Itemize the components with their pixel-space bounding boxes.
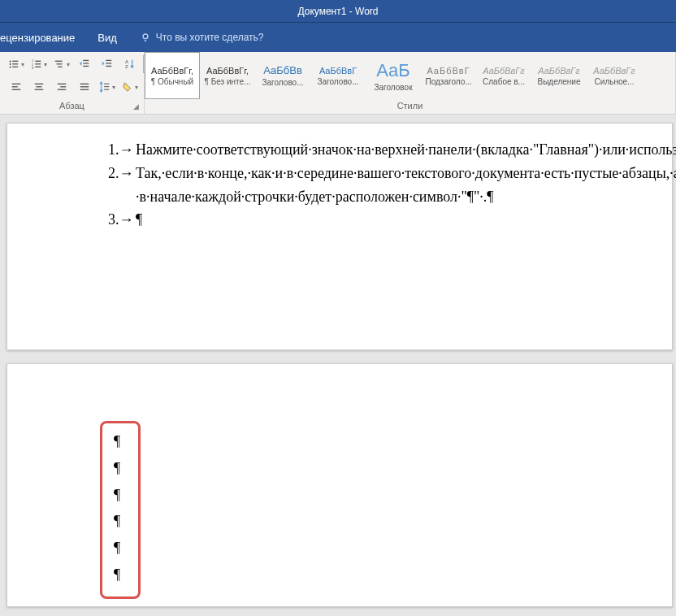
- page-1[interactable]: 1.→Нажмите·соответствующий·значок·на·вер…: [6, 123, 673, 350]
- style-item[interactable]: АаБбВвГгСлабое в...: [476, 52, 531, 99]
- svg-rect-36: [104, 84, 109, 85]
- highlight-box: ¶¶¶¶¶¶: [100, 421, 141, 599]
- paragraph-mark: ¶: [114, 510, 133, 533]
- svg-rect-8: [35, 61, 41, 62]
- svg-rect-28: [37, 86, 42, 87]
- shading-button[interactable]: [120, 78, 140, 96]
- list-item[interactable]: 1.→Нажмите·соответствующий·значок·на·вер…: [108, 138, 639, 162]
- list-item[interactable]: 2.→Так,·если·в·конце,·как·и·в·середине·в…: [108, 162, 639, 209]
- svg-rect-13: [55, 61, 63, 62]
- style-preview: АаБбВвГ: [427, 66, 470, 76]
- svg-rect-37: [104, 86, 109, 87]
- svg-rect-30: [58, 84, 67, 85]
- svg-rect-4: [12, 63, 18, 64]
- sort-button[interactable]: AZ: [120, 55, 140, 73]
- lightbulb-icon: [140, 32, 151, 43]
- svg-rect-15: [58, 67, 62, 67]
- style-preview: АаБбВвГг: [538, 66, 579, 76]
- svg-rect-2: [12, 61, 18, 62]
- list-number: 1.→: [108, 138, 136, 162]
- styles-gallery[interactable]: АаБбВвГг,¶ ОбычныйАаБбВвГг,¶ Без инте...…: [145, 52, 642, 99]
- style-preview: АаБбВвГг: [593, 66, 635, 76]
- svg-rect-6: [12, 67, 18, 67]
- tab-review[interactable]: ецензирование: [0, 32, 75, 44]
- svg-rect-33: [80, 84, 89, 85]
- style-preview: АаБбВвГг,: [151, 66, 193, 76]
- justify-button[interactable]: [75, 78, 94, 96]
- svg-rect-32: [58, 89, 67, 90]
- align-right-button[interactable]: [52, 78, 72, 96]
- style-name: Сильное...: [589, 77, 639, 86]
- styles-group-label: Стили: [145, 99, 675, 114]
- svg-rect-10: [35, 63, 41, 64]
- group-paragraph: 123 AZ ¶ Абзац ◢: [0, 52, 145, 114]
- list-item[interactable]: 3.→¶: [108, 208, 639, 232]
- numbering-button[interactable]: 123: [29, 55, 49, 73]
- group-styles: АаБбВвГг,¶ ОбычныйАаБбВвГг,¶ Без инте...…: [145, 52, 676, 114]
- ribbon-tabs: ецензирование Вид Что вы хотите сделать?: [0, 23, 676, 52]
- multilevel-list-button[interactable]: [52, 55, 72, 73]
- paragraph-mark: ¶: [114, 563, 133, 587]
- svg-point-0: [143, 34, 148, 39]
- style-item[interactable]: АаБбВвГПодзаголо...: [421, 52, 476, 99]
- style-preview: АаБбВвГ: [319, 66, 357, 76]
- style-name: Заголово...: [258, 78, 308, 87]
- decrease-indent-button[interactable]: [75, 55, 94, 73]
- list-text: ¶: [136, 208, 639, 232]
- paragraph-mark: ¶: [114, 457, 133, 480]
- style-name: Подзаголо...: [423, 77, 474, 86]
- style-preview: АаБбВв: [263, 64, 302, 76]
- bullets-button[interactable]: [6, 55, 26, 73]
- svg-point-1: [10, 60, 11, 62]
- svg-rect-31: [60, 86, 66, 87]
- list-text: Так,·если·в·конце,·как·и·в·середине·ваше…: [136, 162, 676, 209]
- style-item[interactable]: АаБЗаголовок: [366, 52, 421, 99]
- tell-me-search[interactable]: Что вы хотите сделать?: [140, 32, 264, 43]
- line-spacing-button[interactable]: [98, 78, 117, 96]
- document-area: 1.→Нажмите·соответствующий·значок·на·вер…: [0, 115, 676, 607]
- align-left-button[interactable]: [6, 78, 26, 96]
- increase-indent-button[interactable]: [98, 55, 117, 73]
- ribbon: 123 AZ ¶ Абзац ◢ АаБбВвГг,¶: [0, 52, 676, 115]
- svg-rect-12: [35, 67, 41, 67]
- svg-rect-26: [12, 89, 21, 90]
- svg-rect-35: [80, 89, 89, 90]
- svg-rect-25: [12, 86, 18, 87]
- paragraph-dialog-launcher-icon[interactable]: ◢: [133, 102, 139, 111]
- style-name: ¶ Обычный: [147, 77, 197, 86]
- style-item[interactable]: АаБбВвГг,¶ Без инте...: [200, 52, 255, 99]
- align-center-button[interactable]: [29, 78, 49, 96]
- paragraph-group-label: Абзац ◢: [0, 99, 144, 114]
- style-preview: АаБ: [376, 60, 410, 81]
- window-title: Документ1 - Word: [297, 6, 378, 17]
- svg-rect-24: [12, 84, 21, 85]
- list-number: 2.→: [108, 162, 136, 209]
- svg-rect-21: [106, 66, 111, 67]
- document-text[interactable]: 1.→Нажмите·соответствующий·значок·на·вер…: [108, 138, 639, 232]
- style-name: ¶ Без инте...: [202, 77, 253, 86]
- list-text: Нажмите·соответствующий·значок·на·верхне…: [136, 138, 676, 162]
- svg-rect-17: [83, 63, 89, 63]
- svg-rect-19: [106, 60, 111, 61]
- title-bar: Документ1 - Word: [0, 0, 676, 23]
- svg-rect-18: [83, 66, 89, 67]
- style-item[interactable]: АаБбВвГг,¶ Обычный: [145, 52, 200, 99]
- paragraph-mark: ¶: [114, 430, 133, 453]
- style-name: Заголовок: [368, 83, 418, 92]
- svg-point-5: [10, 66, 11, 67]
- svg-text:Z: Z: [125, 63, 128, 69]
- style-item[interactable]: АаБбВвГЗаголово...: [310, 52, 366, 99]
- tab-view[interactable]: Вид: [98, 32, 117, 44]
- svg-rect-29: [35, 89, 44, 90]
- svg-point-3: [10, 63, 11, 65]
- paragraph-mark: ¶: [114, 536, 133, 560]
- style-preview: АаБбВвГг: [483, 66, 524, 76]
- page-2[interactable]: ¶¶¶¶¶¶: [6, 363, 673, 607]
- style-name: Заголово...: [313, 77, 363, 86]
- style-item[interactable]: АаБбВвЗаголово...: [255, 52, 310, 99]
- style-name: Выделение: [534, 77, 584, 86]
- svg-rect-27: [35, 84, 44, 85]
- style-item[interactable]: АаБбВвГгВыделение: [531, 52, 587, 99]
- list-number: 3.→: [108, 208, 136, 232]
- style-item[interactable]: АаБбВвГгСильное...: [587, 52, 642, 99]
